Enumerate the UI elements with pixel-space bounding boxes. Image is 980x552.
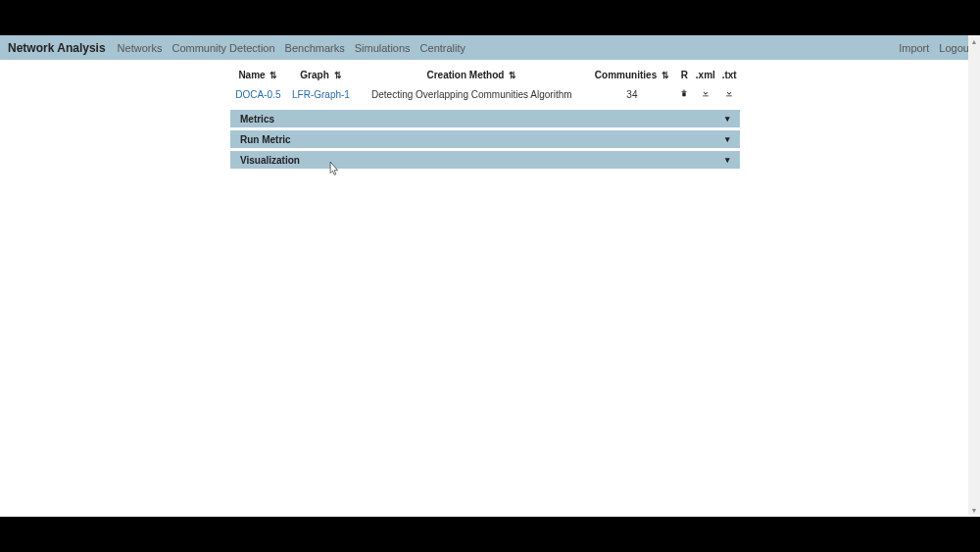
col-graph-label: Graph (300, 70, 328, 80)
accordion-label: Visualization (240, 155, 300, 166)
results-table: Name ⇅ Graph ⇅ Creation Method ⇅ Communi… (230, 66, 740, 104)
col-communities-label: Communities (595, 70, 657, 80)
nav-centrality[interactable]: Centrality (420, 42, 466, 54)
scrollbar[interactable]: ▲ ▼ (968, 35, 980, 516)
download-txt-icon[interactable] (724, 88, 734, 98)
col-r-label: R (681, 70, 688, 80)
accordion-run-metric[interactable]: Run Metric ▾ (230, 130, 740, 148)
nav-simulations[interactable]: Simulations (355, 42, 411, 54)
col-graph[interactable]: Graph ⇅ (286, 66, 356, 84)
nav-benchmarks[interactable]: Benchmarks (285, 42, 345, 54)
col-name[interactable]: Name ⇅ (230, 66, 286, 84)
row-graph-link[interactable]: LFR-Graph-1 (292, 89, 350, 100)
col-txt: .txt (718, 66, 740, 84)
accordion-label: Run Metric (240, 134, 291, 145)
col-creation-method-label: Creation Method (426, 70, 504, 80)
sort-icon[interactable]: ⇅ (334, 71, 342, 80)
table-row: DOCA-0.5 LFR-Graph-1 Detecting Overlappi… (230, 84, 740, 104)
chevron-down-icon: ▾ (725, 134, 730, 144)
row-communities: 34 (588, 84, 677, 104)
col-xml: .xml (692, 66, 718, 84)
accordion-label: Metrics (240, 114, 274, 125)
sort-icon[interactable]: ⇅ (662, 71, 669, 80)
col-txt-label: .txt (722, 70, 737, 80)
delete-icon[interactable] (679, 88, 689, 98)
letterbox-bottom (0, 517, 980, 552)
main-content: Name ⇅ Graph ⇅ Creation Method ⇅ Communi… (0, 60, 970, 169)
col-r: R (676, 66, 692, 84)
nav-logout[interactable]: Logout (939, 42, 972, 54)
col-communities[interactable]: Communities ⇅ (588, 66, 677, 84)
letterbox-top (0, 0, 980, 35)
accordion-group: Metrics ▾ Run Metric ▾ Visualization ▾ (230, 110, 740, 169)
nav-import[interactable]: Import (899, 42, 929, 54)
scrollbar-up-icon[interactable]: ▲ (968, 35, 980, 47)
nav-networks[interactable]: Networks (118, 42, 163, 54)
scrollbar-down-icon[interactable]: ▼ (968, 504, 980, 516)
chevron-down-icon: ▾ (725, 114, 730, 124)
accordion-visualization[interactable]: Visualization ▾ (230, 151, 740, 169)
results-table-wrap: Name ⇅ Graph ⇅ Creation Method ⇅ Communi… (230, 66, 740, 104)
row-name-link[interactable]: DOCA-0.5 (235, 89, 280, 100)
navbar: Network Analysis Networks Community Dete… (0, 35, 980, 60)
accordion-metrics[interactable]: Metrics ▾ (230, 110, 740, 127)
sort-icon[interactable]: ⇅ (270, 71, 277, 80)
col-creation-method[interactable]: Creation Method ⇅ (356, 66, 587, 84)
chevron-down-icon: ▾ (725, 155, 730, 165)
nav-community-detection[interactable]: Community Detection (172, 42, 274, 54)
row-creation-method: Detecting Overlapping Communities Algori… (356, 84, 587, 104)
table-header-row: Name ⇅ Graph ⇅ Creation Method ⇅ Communi… (230, 66, 740, 84)
download-xml-icon[interactable] (701, 88, 710, 98)
sort-icon[interactable]: ⇅ (509, 71, 516, 80)
col-xml-label: .xml (696, 70, 715, 80)
col-name-label: Name (238, 70, 265, 80)
brand-title: Network Analysis (8, 41, 106, 55)
